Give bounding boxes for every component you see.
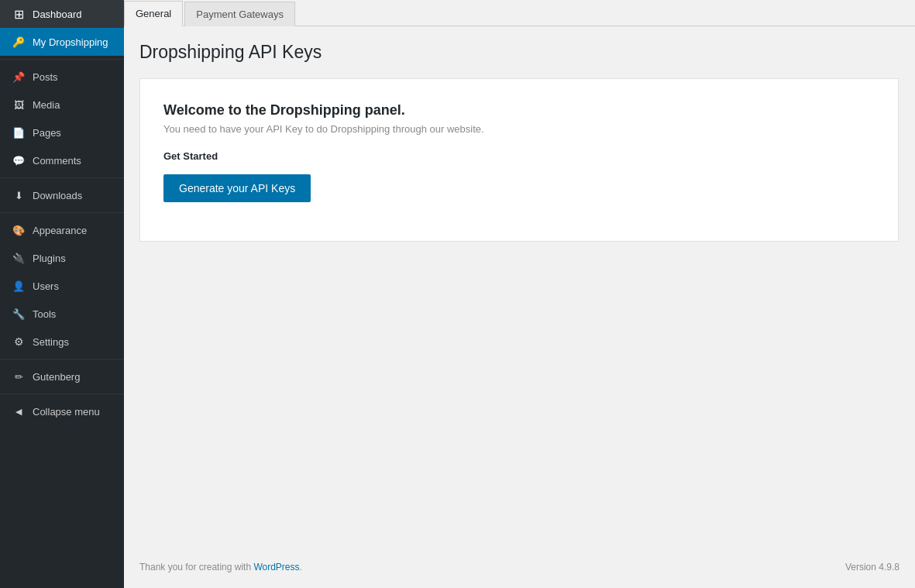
sidebar-item-label: Downloads <box>33 190 82 201</box>
sidebar-item-my-dropshipping[interactable]: My Dropshipping <box>0 28 124 56</box>
main-content: General Payment Gateways Dropshipping AP… <box>124 0 915 588</box>
pages-icon <box>11 125 26 140</box>
tab-general[interactable]: General <box>124 1 183 26</box>
sidebar-divider <box>0 177 124 178</box>
generate-api-keys-button[interactable]: Generate your API Keys <box>163 174 311 202</box>
footer-text: Thank you for creating with WordPress. <box>139 562 302 573</box>
appearance-icon <box>11 222 26 238</box>
sidebar-divider <box>0 359 124 359</box>
sidebar-item-tools[interactable]: Tools <box>0 300 124 328</box>
settings-icon <box>11 334 26 349</box>
sidebar-item-comments[interactable]: Comments <box>0 146 124 174</box>
sidebar-item-pages[interactable]: Pages <box>0 119 124 146</box>
wordpress-link[interactable]: WordPress <box>253 562 299 573</box>
welcome-subtitle: You need to have your API Key to do Drop… <box>163 123 875 135</box>
sidebar-item-settings[interactable]: Settings <box>0 328 124 356</box>
sidebar-item-label: Settings <box>33 336 69 348</box>
footer: Thank you for creating with WordPress. V… <box>124 546 915 588</box>
sidebar-item-label: Collapse menu <box>33 406 100 418</box>
sidebar-item-label: Gutenberg <box>33 371 80 383</box>
dashboard-icon <box>11 6 26 22</box>
sidebar-item-gutenberg[interactable]: Gutenberg <box>0 363 124 390</box>
posts-icon <box>11 69 26 84</box>
sidebar-item-label: Posts <box>33 71 58 83</box>
version-label: Version 4.9.8 <box>845 562 900 573</box>
sidebar-item-label: Appearance <box>33 225 87 236</box>
sidebar: Dashboard My Dropshipping Posts Media Pa… <box>0 0 124 588</box>
sidebar-item-posts[interactable]: Posts <box>0 63 124 91</box>
api-keys-card: Welcome to the Dropshipping panel. You n… <box>139 78 899 242</box>
media-icon <box>11 97 26 112</box>
sidebar-item-label: Dashboard <box>33 9 82 20</box>
downloads-icon <box>11 187 26 203</box>
sidebar-item-label: My Dropshipping <box>33 36 108 48</box>
sidebar-item-label: Comments <box>33 155 81 167</box>
sidebar-item-downloads[interactable]: Downloads <box>0 181 124 209</box>
content-area: Dropshipping API Keys Welcome to the Dro… <box>124 26 915 546</box>
gutenberg-icon <box>11 369 26 384</box>
sidebar-item-dashboard[interactable]: Dashboard <box>0 0 124 28</box>
tabs-bar: General Payment Gateways <box>124 0 915 26</box>
sidebar-item-label: Plugins <box>33 253 66 264</box>
plugins-icon <box>11 250 26 266</box>
page-title: Dropshipping API Keys <box>139 42 900 63</box>
sidebar-divider <box>0 212 124 213</box>
sidebar-item-label: Media <box>33 99 60 111</box>
users-icon <box>11 278 26 294</box>
dropshipping-icon <box>11 34 26 50</box>
sidebar-item-label: Tools <box>33 308 56 320</box>
sidebar-item-label: Pages <box>33 127 61 139</box>
sidebar-item-media[interactable]: Media <box>0 91 124 119</box>
tools-icon <box>11 306 26 322</box>
collapse-icon <box>11 404 26 419</box>
welcome-title: Welcome to the Dropshipping panel. <box>163 102 875 119</box>
sidebar-item-users[interactable]: Users <box>0 272 124 300</box>
get-started-label: Get Started <box>163 150 875 162</box>
comments-icon <box>11 153 26 168</box>
sidebar-item-appearance[interactable]: Appearance <box>0 216 124 244</box>
sidebar-item-collapse-menu[interactable]: Collapse menu <box>0 397 124 425</box>
sidebar-item-label: Users <box>33 280 59 292</box>
sidebar-item-plugins[interactable]: Plugins <box>0 244 124 272</box>
sidebar-divider <box>0 59 124 60</box>
tab-payment-gateways[interactable]: Payment Gateways <box>184 2 295 26</box>
sidebar-divider <box>0 394 124 394</box>
